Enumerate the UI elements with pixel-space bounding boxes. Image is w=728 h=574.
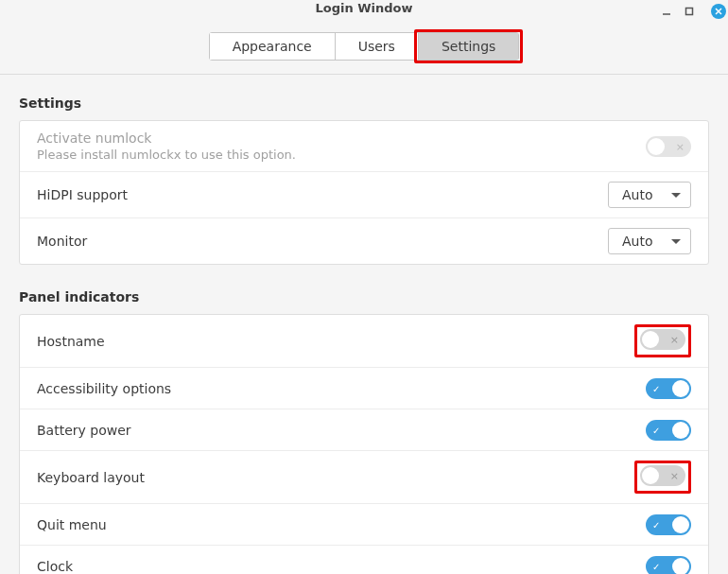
row-hostname: Hostname × bbox=[20, 315, 708, 368]
numlock-hint: Please install numlockx to use this opti… bbox=[37, 148, 296, 162]
titlebar: Login Window bbox=[0, 0, 728, 23]
row-monitor: Monitor Auto bbox=[20, 218, 708, 264]
hostname-highlight: × bbox=[634, 324, 691, 357]
hidpi-label: HiDPI support bbox=[37, 187, 128, 202]
cross-icon: × bbox=[676, 140, 685, 152]
tab-appearance[interactable]: Appearance bbox=[210, 33, 336, 60]
row-numlock-text: Activate numlock Please install numlockx… bbox=[37, 130, 296, 162]
row-quit: Quit menu ✓ bbox=[20, 504, 708, 546]
minimize-button[interactable] bbox=[660, 5, 673, 18]
keyboard-label: Keyboard layout bbox=[37, 470, 145, 485]
row-hidpi: HiDPI support Auto bbox=[20, 172, 708, 218]
check-icon: ✓ bbox=[652, 561, 660, 571]
tab-users[interactable]: Users bbox=[336, 33, 419, 60]
tab-settings[interactable]: Settings bbox=[419, 33, 518, 60]
monitor-label: Monitor bbox=[37, 234, 87, 249]
battery-label: Battery power bbox=[37, 423, 131, 438]
monitor-dropdown[interactable]: Auto bbox=[608, 228, 691, 254]
check-icon: ✓ bbox=[652, 425, 660, 435]
cross-icon: × bbox=[670, 470, 679, 482]
toggle-knob bbox=[672, 380, 689, 397]
close-button[interactable] bbox=[711, 4, 726, 19]
row-keyboard: Keyboard layout × bbox=[20, 451, 708, 504]
toggle-knob bbox=[672, 558, 689, 575]
hostname-toggle[interactable]: × bbox=[640, 329, 685, 350]
battery-toggle[interactable]: ✓ bbox=[646, 420, 691, 441]
window-controls bbox=[660, 0, 724, 23]
check-icon: ✓ bbox=[652, 383, 660, 393]
tab-group: Appearance Users Settings bbox=[209, 32, 520, 61]
toggle-knob bbox=[648, 138, 665, 155]
row-clock: Clock ✓ bbox=[20, 546, 708, 574]
accessibility-label: Accessibility options bbox=[37, 381, 171, 396]
numlock-toggle: × bbox=[646, 136, 691, 157]
toggle-knob bbox=[672, 516, 689, 533]
section-title-panel-indicators: Panel indicators bbox=[19, 284, 709, 314]
row-battery: Battery power ✓ bbox=[20, 409, 708, 451]
hidpi-dropdown[interactable]: Auto bbox=[608, 182, 691, 208]
row-numlock: Activate numlock Please install numlockx… bbox=[20, 121, 708, 172]
check-icon: ✓ bbox=[652, 519, 660, 530]
toggle-knob bbox=[642, 331, 659, 348]
chevron-down-icon bbox=[671, 193, 681, 198]
accessibility-toggle[interactable]: ✓ bbox=[646, 378, 691, 399]
monitor-value: Auto bbox=[622, 234, 653, 249]
cross-icon: × bbox=[670, 334, 679, 346]
settings-panel: Activate numlock Please install numlockx… bbox=[19, 120, 709, 265]
clock-label: Clock bbox=[37, 559, 73, 574]
keyboard-toggle[interactable]: × bbox=[640, 465, 685, 486]
chevron-down-icon bbox=[671, 239, 681, 244]
toggle-knob bbox=[672, 422, 689, 439]
toggle-knob bbox=[642, 467, 659, 484]
clock-toggle[interactable]: ✓ bbox=[646, 556, 691, 575]
section-title-settings: Settings bbox=[19, 90, 709, 120]
quit-toggle[interactable]: ✓ bbox=[646, 514, 691, 535]
window-title: Login Window bbox=[0, 2, 728, 15]
row-accessibility: Accessibility options ✓ bbox=[20, 368, 708, 409]
panel-indicators-panel: Hostname × Accessibility options ✓ Batte… bbox=[19, 314, 709, 574]
numlock-label: Activate numlock bbox=[37, 130, 296, 146]
quit-label: Quit menu bbox=[37, 517, 107, 532]
hostname-label: Hostname bbox=[37, 334, 105, 349]
svg-rect-1 bbox=[686, 9, 693, 15]
content-area: Settings Activate numlock Please install… bbox=[0, 75, 728, 574]
keyboard-highlight: × bbox=[634, 461, 691, 494]
maximize-button[interactable] bbox=[683, 5, 696, 18]
hidpi-value: Auto bbox=[622, 187, 653, 202]
tab-bar: Appearance Users Settings bbox=[0, 23, 728, 75]
